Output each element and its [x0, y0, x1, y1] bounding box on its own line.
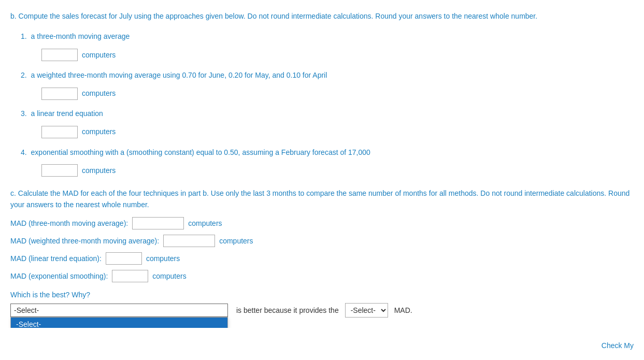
item-2-input[interactable]	[41, 88, 78, 100]
mad-4-unit: computers	[152, 272, 186, 280]
part-b-item-3: 3. a linear trend equation	[21, 107, 634, 120]
item-1-label: a three-month moving average	[31, 32, 130, 40]
mad-2-label: MAD (weighted three-month moving average…	[10, 237, 159, 245]
item-3-input-row: computers	[41, 125, 634, 138]
item-4-input-row: computers	[41, 164, 634, 177]
item-4-unit: computers	[82, 164, 116, 177]
mad-3-unit: computers	[146, 254, 180, 263]
part-c-header: c. Calculate the MAD for each of the fou…	[10, 188, 634, 211]
item-2-unit: computers	[82, 87, 116, 100]
dropdown-popup: -Select- The simple three-month moving a…	[10, 317, 228, 328]
item-1-input[interactable]	[41, 49, 78, 61]
part-b-header: b. Compute the sales forecast for July u…	[10, 10, 634, 22]
part-c-prefix: c.	[10, 189, 16, 197]
part-b-section: b. Compute the sales forecast for July u…	[10, 10, 634, 177]
item-4-number: 4.	[21, 148, 27, 156]
mad-4-input[interactable]	[112, 270, 148, 282]
mad-row-1: MAD (three-month moving average): comput…	[10, 217, 634, 229]
mad-4-label: MAD (exponential smoothing):	[10, 272, 108, 280]
mad-3-label: MAD (linear trend equation):	[10, 254, 102, 263]
item-2-label: a weighted three-month moving average us…	[31, 71, 327, 79]
part-b-item-2: 2. a weighted three-month moving average…	[21, 69, 634, 82]
item-2-input-row: computers	[41, 87, 634, 100]
part-b-item-1: 1. a three-month moving average	[21, 30, 634, 43]
item-3-unit: computers	[82, 125, 116, 138]
item-1-unit: computers	[82, 49, 116, 62]
item-3-number: 3.	[21, 109, 27, 118]
popup-option-select[interactable]: -Select-	[11, 318, 227, 328]
part-c-text: Calculate the MAD for each of the four t…	[10, 189, 629, 209]
mad-row-3: MAD (linear trend equation): computers	[10, 252, 634, 265]
which-best-select[interactable]: -Select- The simple three-month moving a…	[10, 304, 228, 317]
mad-row-2: MAD (weighted three-month moving average…	[10, 235, 634, 247]
mad-type-select[interactable]: -Select- lowest highest	[345, 303, 388, 318]
part-c-section: c. Calculate the MAD for each of the fou…	[10, 188, 634, 318]
item-3-input[interactable]	[41, 126, 78, 138]
part-b-list: 1. a three-month moving average computer…	[21, 30, 634, 177]
mad-label: MAD.	[394, 306, 412, 314]
mad-3-input[interactable]	[106, 252, 142, 265]
item-1-input-row: computers	[41, 49, 634, 62]
mad-2-unit: computers	[219, 237, 253, 245]
mad-2-input[interactable]	[163, 235, 215, 247]
item-4-label: exponential smoothing with a (smoothing …	[31, 148, 370, 156]
which-best-question: Which is the best? Why?	[10, 291, 634, 299]
part-b-prefix: b.	[10, 12, 17, 20]
item-3-label: a linear trend equation	[31, 109, 103, 118]
mad-row-4: MAD (exponential smoothing): computers	[10, 270, 634, 282]
item-2-number: 2.	[21, 71, 27, 79]
mad-1-input[interactable]	[132, 217, 184, 229]
mad-1-label: MAD (three-month moving average):	[10, 219, 128, 227]
item-4-input[interactable]	[41, 164, 78, 177]
item-1-number: 1.	[21, 32, 27, 40]
main-select-container: -Select- The simple three-month moving a…	[10, 304, 228, 317]
part-b-item-4: 4. exponential smoothing with a (smoothi…	[21, 146, 634, 159]
mad-1-unit: computers	[188, 219, 222, 227]
which-best-row: -Select- The simple three-month moving a…	[10, 303, 634, 318]
part-b-text: Compute the sales forecast for July usin…	[19, 12, 538, 20]
better-text: is better because it provides the	[236, 306, 339, 314]
